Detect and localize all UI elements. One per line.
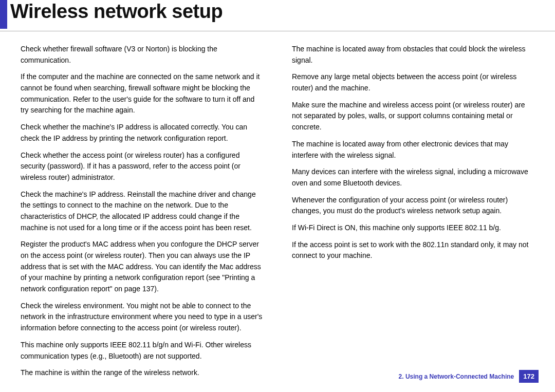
content-area: Check whether firewall software (V3 or N… <box>0 44 555 384</box>
body-text: If the access point is set to work with … <box>292 239 534 262</box>
page-number: 172 <box>519 370 539 383</box>
body-text: Check the machine's IP address. Reinstal… <box>21 189 263 234</box>
body-text: Check whether firewall software (V3 or N… <box>21 44 263 66</box>
footer: 2. Using a Network-Connected Machine 172 <box>399 370 539 383</box>
body-text: Register the product's MAC address when … <box>21 239 263 294</box>
page-title: Wireless network setup <box>10 0 223 23</box>
body-text: The machine is located away from obstacl… <box>292 44 534 66</box>
footer-chapter: 2. Using a Network-Connected Machine <box>399 373 514 380</box>
body-text: The machine is within the range of the w… <box>21 367 263 379</box>
body-text: The machine is located away from other e… <box>292 139 534 161</box>
body-text: This machine only supports IEEE 802.11 b… <box>21 340 263 362</box>
body-text: If the computer and the machine are conn… <box>21 71 263 116</box>
body-text: Many devices can interfere with the wire… <box>292 166 534 189</box>
body-text: If Wi-Fi Direct is ON, this machine only… <box>292 222 534 234</box>
header-bar: Wireless network setup <box>0 0 555 29</box>
title-accent-bar <box>0 0 7 29</box>
title-underline <box>0 31 555 31</box>
body-text: Check whether the machine's IP address i… <box>21 122 263 144</box>
right-column: The machine is located away from obstacl… <box>292 44 534 384</box>
body-text: Check the wireless environment. You migh… <box>21 301 263 334</box>
body-text: Make sure the machine and wireless acces… <box>292 100 534 133</box>
body-text: Check whether the access point (or wirel… <box>21 150 263 183</box>
body-text: Remove any large metal objects between t… <box>292 71 534 94</box>
body-text: Whenever the configuration of your acces… <box>292 195 534 217</box>
left-column: Check whether firewall software (V3 or N… <box>21 44 263 384</box>
